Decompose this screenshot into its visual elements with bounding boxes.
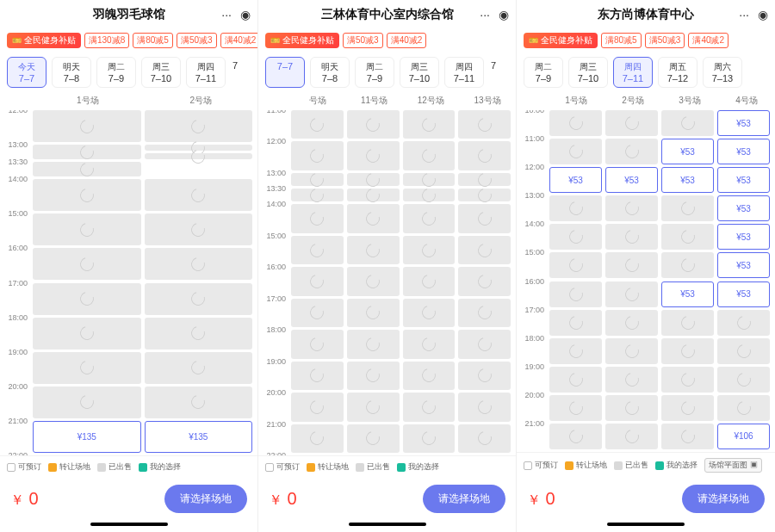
select-court-button[interactable]: 请选择场地	[682, 485, 765, 513]
cells-area: ¥135¥135	[31, 110, 254, 455]
select-court-button[interactable]: 请选择场地	[164, 485, 247, 513]
time-label: 19:00	[524, 362, 544, 371]
date-tab[interactable]: 7–7	[265, 57, 305, 88]
slot-available[interactable]: ¥53	[661, 281, 714, 307]
slot-sold	[549, 139, 602, 164]
select-court-button[interactable]: 请选择场地	[423, 485, 505, 513]
date-tab[interactable]: 周二7–9	[524, 57, 563, 88]
court-column: ¥135	[31, 110, 143, 455]
slot-sold	[605, 395, 658, 421]
date-tabs[interactable]: 周二7–9周三7–10周四7–11周五7–12周六7–13	[517, 53, 775, 95]
slot-sold	[291, 299, 344, 327]
date-tab[interactable]: 周四7–11	[613, 57, 653, 88]
date-tab[interactable]: 周三7–10	[400, 57, 439, 88]
slot-available[interactable]: ¥53	[717, 224, 770, 250]
promo-tag: 满50减3	[645, 33, 685, 48]
date-tab[interactable]: 周五7–12	[658, 57, 698, 88]
slot-available[interactable]: ¥135	[33, 421, 141, 453]
slot-available[interactable]: ¥106	[717, 424, 770, 449]
slot-sold	[145, 110, 253, 142]
home-indicator	[517, 517, 775, 532]
slot-sold	[549, 367, 602, 393]
floor-plan-button[interactable]: 场馆平面图 ▣	[704, 458, 762, 473]
date-tab[interactable]: 周二7–9	[96, 57, 136, 88]
more-icon[interactable]: ∙∙∙	[739, 9, 749, 21]
date-tab-date: 7–10	[144, 73, 178, 84]
time-axis: 10:0011:0012:0013:0014:0015:0016:0017:00…	[517, 110, 548, 452]
close-icon[interactable]: ◉	[758, 9, 768, 21]
slot-sold	[347, 299, 400, 327]
grid-body[interactable]: 11:0012:0013:0013:3014:0015:0016:0017:00…	[258, 110, 516, 455]
slot-sold	[145, 179, 253, 211]
legend-item: 我的选择	[139, 461, 181, 473]
slot-sold	[145, 387, 253, 418]
date-tab[interactable]: 周四7–11	[186, 57, 226, 88]
date-tab-overflow[interactable]: 7	[231, 57, 239, 88]
price-value: 0	[29, 489, 39, 508]
time-label: 21:00	[524, 419, 544, 428]
date-tab-date: 7–7	[268, 61, 302, 71]
date-tabs[interactable]: 7–7明天7–8周二7–9周三7–10周四7–117	[258, 53, 516, 95]
slot-sold	[347, 330, 400, 358]
court-header-row: 1号场2号场3号场4号场	[548, 95, 775, 110]
slot-sold	[291, 424, 344, 453]
slot-sold	[661, 424, 714, 449]
more-icon[interactable]: ∙∙∙	[221, 9, 232, 21]
slot-sold	[347, 110, 400, 139]
time-label: 17:00	[266, 294, 286, 303]
time-label: 19:00	[266, 357, 286, 366]
court-column	[456, 110, 512, 455]
time-label: 22:00	[8, 451, 28, 455]
slot-available[interactable]: ¥53	[717, 167, 770, 193]
court-header: 1号场	[548, 95, 604, 110]
date-tab[interactable]: 周二7–9	[355, 57, 394, 88]
slot-available[interactable]: ¥135	[145, 421, 253, 453]
slot-sold	[549, 424, 602, 449]
time-label: 19:00	[8, 348, 28, 356]
time-label: 15:00	[266, 232, 286, 240]
date-tabs[interactable]: 今天7–7明天7–8周二7–9周三7–10周四7–117	[0, 53, 257, 95]
date-tab[interactable]: 明天7–8	[52, 57, 91, 88]
slot-sold	[549, 110, 602, 136]
court-column	[401, 110, 457, 455]
legend-item: 我的选择	[655, 460, 698, 471]
slot-sold	[661, 110, 714, 136]
legend-item: 转让场地	[565, 460, 607, 471]
close-icon[interactable]: ◉	[240, 9, 251, 21]
slot-available[interactable]: ¥53	[661, 139, 714, 164]
slot-sold	[347, 393, 400, 421]
date-tab[interactable]: 周三7–10	[141, 57, 181, 88]
slot-available[interactable]: ¥53	[717, 252, 770, 278]
slot-available[interactable]: ¥53	[717, 281, 770, 307]
date-tab[interactable]: 周四7–11	[444, 57, 484, 88]
grid-body[interactable]: 10:0011:0012:0013:0014:0015:0016:0017:00…	[517, 110, 775, 452]
date-tab-date: 7–9	[526, 73, 561, 84]
slot-available[interactable]: ¥53	[549, 167, 602, 193]
date-tab[interactable]: 周三7–10	[568, 57, 608, 88]
legend-item: 转让场地	[307, 461, 349, 473]
date-tab[interactable]: 今天7–7	[7, 57, 46, 88]
slot-sold	[291, 173, 344, 186]
slot-available[interactable]: ¥53	[717, 110, 770, 136]
slot-available[interactable]: ¥53	[661, 167, 714, 193]
legend-label: 我的选择	[150, 461, 181, 473]
slot-available[interactable]: ¥53	[605, 167, 658, 193]
more-icon[interactable]: ∙∙∙	[480, 9, 490, 21]
slot-sold	[347, 141, 400, 170]
slot-sold	[458, 141, 511, 170]
date-tab[interactable]: 明天7–8	[310, 57, 350, 88]
slot-sold	[291, 189, 344, 201]
date-tab-label: 周四	[189, 61, 223, 73]
date-tab[interactable]: 周六7–13	[703, 57, 742, 88]
venue-panel: 东方尚博体育中心∙∙∙◉全民健身补贴满80减5满50减3满40减2周二7–9周三…	[517, 0, 775, 532]
slot-sold	[33, 179, 141, 211]
grid-body[interactable]: 12:0013:0013:3014:0015:0016:0017:0018:00…	[0, 110, 257, 455]
time-label: 18:00	[266, 325, 286, 334]
close-icon[interactable]: ◉	[499, 9, 509, 21]
legend-item: 我的选择	[397, 461, 439, 473]
slot-available[interactable]: ¥53	[717, 139, 770, 164]
price-value: 0	[288, 489, 297, 508]
slot-available[interactable]: ¥53	[717, 195, 770, 221]
slot-sold	[661, 395, 714, 421]
date-tab-overflow[interactable]: 7	[489, 57, 498, 88]
